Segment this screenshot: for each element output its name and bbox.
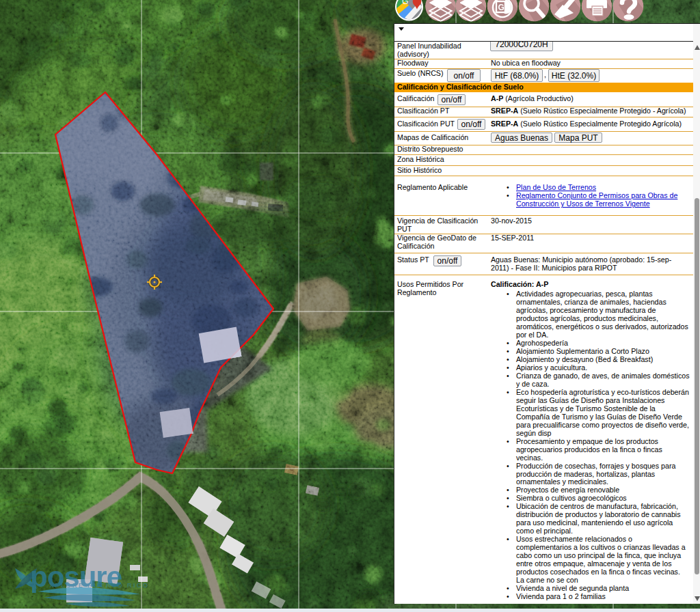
svg-text:G: G [498,3,504,12]
svg-text:G: G [402,0,408,6]
svg-text:XPLORE PUERTO RICO: XPLORE PUERTO RICO [49,582,149,589]
